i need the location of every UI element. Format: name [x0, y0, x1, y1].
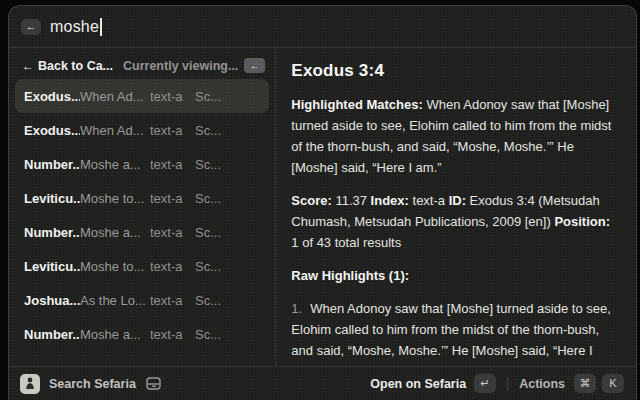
back-to-category-label: Back to Ca...: [38, 59, 113, 73]
footer-divider: [507, 377, 508, 391]
list-header: ← Back to Ca... Currently viewing... ←: [9, 48, 275, 77]
detail-panel: Exodus 3:4 Highlighted Matches: When Ado…: [276, 48, 636, 366]
metadata-paragraph: Score: 11.37 Index: text-a ID: Exodus 3:…: [291, 190, 620, 253]
result-accessory: Sc...: [195, 293, 260, 308]
highlighted-matches-paragraph: Highlighted Matches: When Adonoy saw tha…: [291, 94, 620, 178]
results-panel: ← Back to Ca... Currently viewing... ← E…: [9, 48, 275, 366]
search-bar: ← moshe: [9, 6, 636, 48]
position-label: Position:: [554, 214, 610, 229]
actions-button[interactable]: Actions ⌘ K: [519, 374, 624, 393]
result-index-tag: text-a: [150, 293, 195, 308]
text-cursor: [100, 18, 102, 36]
result-accessory: Sc...: [195, 259, 260, 274]
k-key-badge: K: [602, 374, 624, 393]
extension-name: Search Sefaria: [49, 377, 136, 391]
search-input[interactable]: moshe: [50, 18, 102, 36]
result-subtitle: Moshe a...: [80, 327, 150, 342]
result-title: Joshua...: [24, 293, 80, 308]
back-arrow-icon: ←: [26, 19, 37, 34]
score-label: Score:: [291, 193, 331, 208]
result-index-tag: text-a: [150, 89, 195, 104]
detail-title: Exodus 3:4: [291, 61, 620, 81]
open-on-sefaria-button[interactable]: Open on Sefaria ↵: [370, 374, 496, 393]
result-index-tag: text-a: [150, 157, 195, 172]
sefaria-app-icon: [20, 374, 40, 394]
result-title: Number...: [24, 225, 80, 240]
footer-bar: Search Sefaria Open on Sefaria ↵ Actions…: [9, 366, 636, 400]
result-subtitle: Moshe a...: [80, 225, 150, 240]
back-to-category-link[interactable]: ← Back to Ca...: [22, 59, 113, 73]
score-value: 11.37: [332, 193, 371, 208]
left-arrow-key-badge: ←: [244, 58, 265, 73]
raw-highlights-heading: Raw Highlights (1):: [291, 265, 620, 286]
position-value: 1 of 43 total results: [291, 235, 401, 250]
result-index-tag: text-a: [150, 191, 195, 206]
list-item[interactable]: Number... Moshe a... text-a Sc...: [15, 147, 269, 181]
highlight-item-text: When Adonoy saw that [Moshe] turned asid…: [291, 301, 610, 366]
open-on-sefaria-label: Open on Sefaria: [370, 377, 466, 391]
result-accessory: Sc...: [195, 123, 260, 138]
list-item[interactable]: Leviticu... Moshe to... text-a Sc...: [15, 181, 269, 215]
left-arrow-icon: ←: [250, 60, 260, 71]
result-index-tag: text-a: [150, 327, 195, 342]
id-label: ID:: [449, 193, 466, 208]
result-subtitle: When Ad...: [80, 89, 150, 104]
result-subtitle: As the Lo...: [80, 293, 150, 308]
result-accessory: Sc...: [195, 89, 260, 104]
return-key-icon: ↵: [474, 374, 496, 393]
result-accessory: Sc...: [195, 157, 260, 172]
sefaria-logo-glyph: [24, 377, 36, 390]
result-title: Exodus...: [24, 123, 80, 138]
result-accessory: Sc...: [195, 225, 260, 240]
highlight-item-number: 1.: [291, 301, 302, 316]
result-index-tag: text-a: [150, 259, 195, 274]
result-title: Leviticu...: [24, 259, 80, 274]
actions-label: Actions: [519, 377, 565, 391]
search-query: moshe: [50, 18, 99, 36]
list-item[interactable]: Exodus... When Ad... text-a Sc...: [15, 79, 269, 113]
result-subtitle: Moshe to...: [80, 259, 150, 274]
result-subtitle: Moshe to...: [80, 191, 150, 206]
list-item[interactable]: Joshua... As the Lo... text-a Sc...: [15, 283, 269, 317]
disk-icon: [146, 377, 161, 390]
left-arrow-icon: ←: [22, 59, 34, 73]
command-key-icon: ⌘: [574, 374, 596, 393]
back-button[interactable]: ←: [21, 19, 41, 35]
list-item[interactable]: Exodus... When Ad... text-a Sc...: [15, 113, 269, 147]
result-accessory: Sc...: [195, 191, 260, 206]
result-title: Exodus...: [24, 89, 80, 104]
list-item[interactable]: Leviticu... Moshe to... text-a Sc...: [15, 249, 269, 283]
result-title: Number...: [24, 157, 80, 172]
result-title: Number...: [24, 327, 80, 342]
index-label: Index:: [371, 193, 409, 208]
result-title: Leviticu...: [24, 191, 80, 206]
result-subtitle: Moshe a...: [80, 157, 150, 172]
currently-viewing-label: Currently viewing...: [123, 59, 238, 73]
list-item[interactable]: Number... Moshe a... text-a Sc...: [15, 317, 269, 351]
raycast-window: ← moshe ← Back to Ca... Currently viewin…: [8, 5, 637, 400]
result-subtitle: When Ad...: [80, 123, 150, 138]
result-index-tag: text-a: [150, 225, 195, 240]
result-accessory: Sc...: [195, 327, 260, 342]
highlighted-matches-label: Highlighted Matches:: [291, 97, 422, 112]
currently-viewing[interactable]: Currently viewing... ←: [123, 58, 265, 73]
index-value: text-a: [409, 193, 449, 208]
result-index-tag: text-a: [150, 123, 195, 138]
raw-highlight-item: 1.When Adonoy saw that [Moshe] turned as…: [291, 298, 620, 366]
list-item[interactable]: Number... Moshe a... text-a Sc...: [15, 215, 269, 249]
results-list: Exodus... When Ad... text-a Sc... Exodus…: [9, 77, 275, 366]
